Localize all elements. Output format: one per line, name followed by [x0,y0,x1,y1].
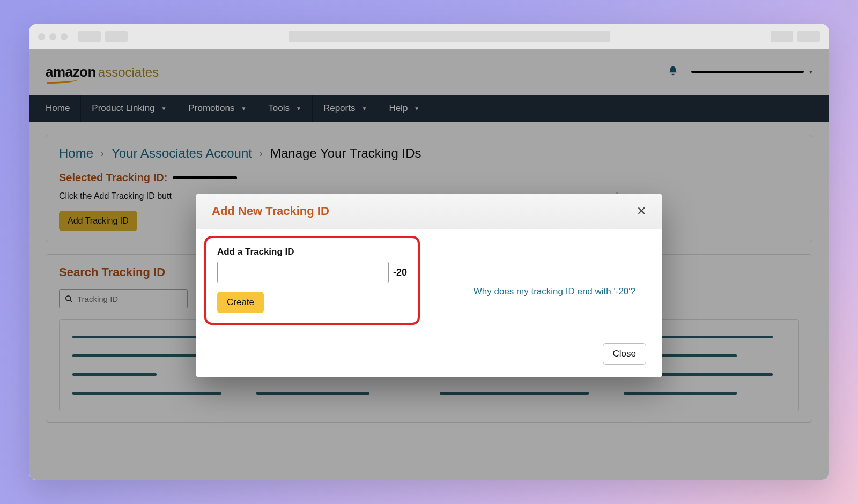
nav-forward-placeholder [105,31,128,42]
browser-action-placeholder [771,31,793,42]
close-window-icon[interactable] [38,33,45,40]
tracking-id-suffix: -20 [393,267,407,278]
modal-footer: Close [196,343,662,377]
nav-back-placeholder [78,31,101,42]
tracking-suffix-help-link[interactable]: Why does my tracking ID end with '-20'? [474,286,635,297]
add-tracking-id-modal: Add New Tracking ID ✕ Add a Tracking ID … [196,194,662,377]
address-bar-placeholder[interactable] [289,31,610,42]
modal-close-x-button[interactable]: ✕ [637,204,646,218]
tracking-id-field-label: Add a Tracking ID [217,247,407,257]
app-body: amazon associates ▾ Home Product Linking… [29,49,829,480]
browser-window: amazon associates ▾ Home Product Linking… [29,24,829,480]
minimize-window-icon[interactable] [49,33,56,40]
modal-body: Add a Tracking ID -20 Create Why does my… [196,229,662,343]
modal-header: Add New Tracking ID ✕ [196,194,662,229]
modal-title: Add New Tracking ID [212,204,329,218]
close-button[interactable]: Close [603,343,646,365]
window-controls [38,33,68,40]
browser-titlebar [29,24,829,49]
tracking-id-input[interactable] [217,262,389,283]
highlighted-form-area: Add a Tracking ID -20 Create [204,236,420,325]
tracking-id-field-row: -20 [217,262,407,283]
create-button[interactable]: Create [217,292,264,313]
browser-action-placeholder [797,31,820,42]
close-icon: ✕ [637,204,646,218]
maximize-window-icon[interactable] [61,33,68,40]
